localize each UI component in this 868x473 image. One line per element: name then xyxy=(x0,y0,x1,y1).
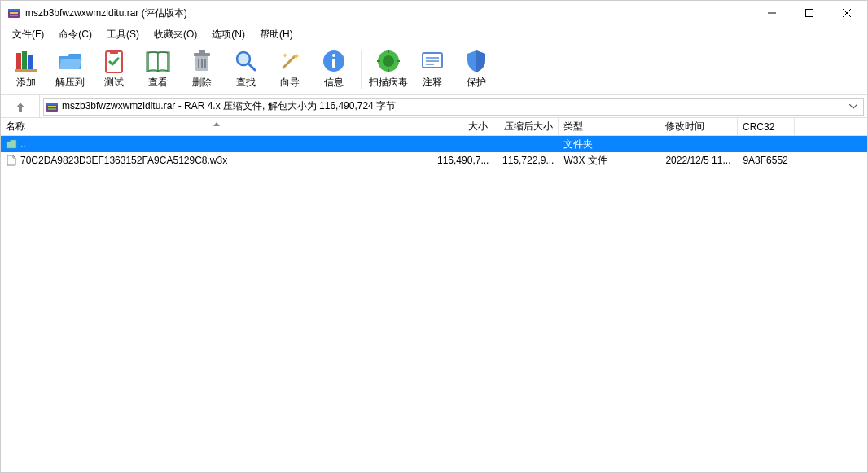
svg-line-23 xyxy=(283,56,295,68)
header-crc[interactable]: CRC32 xyxy=(738,118,795,135)
find-button[interactable]: 查找 xyxy=(224,45,268,94)
menu-tools[interactable]: 工具(S) xyxy=(100,26,146,43)
info-label: 信息 xyxy=(324,76,344,90)
header-name[interactable]: 名称 xyxy=(1,118,432,135)
view-button[interactable]: 查看 xyxy=(136,45,180,94)
column-headers: 名称 大小 压缩后大小 类型 修改时间 CRC32 xyxy=(1,118,867,136)
menu-file[interactable]: 文件(F) xyxy=(6,26,50,43)
protect-button[interactable]: 保护 xyxy=(454,45,498,94)
maximize-button[interactable] xyxy=(791,1,828,25)
info-icon xyxy=(321,48,347,74)
scan-label: 扫描病毒 xyxy=(369,76,408,90)
add-label: 添加 xyxy=(16,76,36,90)
svg-rect-42 xyxy=(48,108,56,110)
header-name-label: 名称 xyxy=(6,120,25,134)
svg-point-30 xyxy=(383,55,394,67)
svg-line-22 xyxy=(248,64,255,70)
header-mtime[interactable]: 修改时间 xyxy=(660,118,738,135)
toolbar-separator xyxy=(361,50,362,89)
extract-label: 解压到 xyxy=(55,76,85,90)
svg-rect-13 xyxy=(110,50,118,54)
svg-rect-17 xyxy=(199,50,205,53)
svg-rect-28 xyxy=(332,59,335,68)
header-size-label: 大小 xyxy=(468,120,488,134)
sort-indicator-icon xyxy=(213,117,220,129)
trash-icon xyxy=(189,48,215,74)
protect-label: 保护 xyxy=(467,76,486,90)
minimize-button[interactable] xyxy=(753,1,791,25)
svg-marker-25 xyxy=(283,53,287,58)
header-crc-label: CRC32 xyxy=(743,121,774,133)
menu-command[interactable]: 命令(C) xyxy=(52,26,99,43)
header-packed-label: 压缩后大小 xyxy=(504,120,553,134)
find-label: 查找 xyxy=(236,76,256,90)
book-open-icon xyxy=(145,48,171,74)
add-button[interactable]: 添加 xyxy=(4,45,48,94)
view-label: 查看 xyxy=(148,76,168,90)
extract-button[interactable]: 解压到 xyxy=(48,45,92,94)
row-type: W3X 文件 xyxy=(563,154,607,168)
scan-button[interactable]: 扫描病毒 xyxy=(366,45,410,94)
path-field[interactable]: mszb3bfwzwxwmzlditu.rar - RAR 4.x 压缩文件, … xyxy=(43,98,864,116)
test-label: 测试 xyxy=(104,76,124,90)
header-size[interactable]: 大小 xyxy=(432,118,493,135)
wizard-label: 向导 xyxy=(280,76,300,90)
toolbar: 添加 解压到 测试 查看 删除 查找 向导 信息 扫描病毒 注释 保护 xyxy=(1,43,867,95)
menu-options[interactable]: 选项(N) xyxy=(205,26,252,43)
winrar-icon xyxy=(7,7,20,20)
folder-up-icon xyxy=(6,138,17,150)
folder-open-icon xyxy=(57,48,83,74)
header-packed[interactable]: 压缩后大小 xyxy=(493,118,559,135)
virus-scan-icon xyxy=(375,48,401,74)
comment-label: 注释 xyxy=(423,76,442,90)
wizard-button[interactable]: 向导 xyxy=(268,45,312,94)
svg-rect-3 xyxy=(10,15,18,16)
test-button[interactable]: 测试 xyxy=(92,45,136,94)
file-icon xyxy=(6,155,17,166)
svg-rect-41 xyxy=(48,106,56,107)
svg-rect-11 xyxy=(15,69,37,72)
svg-rect-10 xyxy=(28,55,33,71)
svg-rect-35 xyxy=(423,53,442,68)
menu-bar: 文件(F) 命令(C) 工具(S) 收藏夹(O) 选项(N) 帮助(H) xyxy=(1,25,867,43)
clipboard-check-icon xyxy=(101,48,127,74)
svg-rect-16 xyxy=(194,53,210,56)
winrar-icon xyxy=(46,100,59,113)
comment-icon xyxy=(419,48,445,74)
wand-icon xyxy=(277,48,303,74)
search-icon xyxy=(233,48,259,74)
header-mtime-label: 修改时间 xyxy=(665,120,704,134)
title-bar: mszb3bfwzwxwmzlditu.rar (评估版本) xyxy=(1,1,867,25)
svg-rect-9 xyxy=(22,51,27,71)
comment-button[interactable]: 注释 xyxy=(410,45,454,94)
info-button[interactable]: 信息 xyxy=(312,45,356,94)
svg-rect-40 xyxy=(46,103,58,105)
window-title: mszb3bfwzwxwmzlditu.rar (评估版本) xyxy=(25,7,187,20)
menu-help[interactable]: 帮助(H) xyxy=(253,26,300,43)
up-arrow-icon xyxy=(15,101,26,112)
row-crc: 9A3F6552 xyxy=(743,155,787,166)
up-button[interactable] xyxy=(1,95,40,117)
table-row[interactable]: 70C2DA9823D3EF1363152FA9CA5129C8.w3x 116… xyxy=(1,152,867,169)
books-icon xyxy=(13,48,39,74)
menu-favorites[interactable]: 收藏夹(O) xyxy=(147,26,204,43)
row-size: 116,490,7... xyxy=(437,155,489,166)
file-list[interactable]: .. 文件夹 70C2DA9823D3EF1363152FA9CA5129C8.… xyxy=(1,136,867,472)
svg-rect-5 xyxy=(806,10,813,17)
header-type[interactable]: 类型 xyxy=(559,118,660,135)
delete-button[interactable]: 删除 xyxy=(180,45,224,94)
svg-rect-2 xyxy=(10,12,18,14)
svg-point-27 xyxy=(332,54,335,57)
row-type: 文件夹 xyxy=(563,138,593,151)
row-mtime: 2022/12/5 11... xyxy=(665,155,730,166)
chevron-down-icon xyxy=(849,104,857,109)
row-name: 70C2DA9823D3EF1363152FA9CA5129C8.w3x xyxy=(20,155,227,166)
table-row-parent[interactable]: .. 文件夹 xyxy=(1,136,867,152)
delete-label: 删除 xyxy=(192,76,212,90)
svg-rect-1 xyxy=(8,9,20,11)
path-text: mszb3bfwzwxwmzlditu.rar - RAR 4.x 压缩文件, … xyxy=(62,99,396,113)
close-button[interactable] xyxy=(828,1,866,25)
row-name: .. xyxy=(20,138,26,150)
row-packed: 115,722,9... xyxy=(502,155,554,166)
path-dropdown-button[interactable] xyxy=(845,104,861,109)
